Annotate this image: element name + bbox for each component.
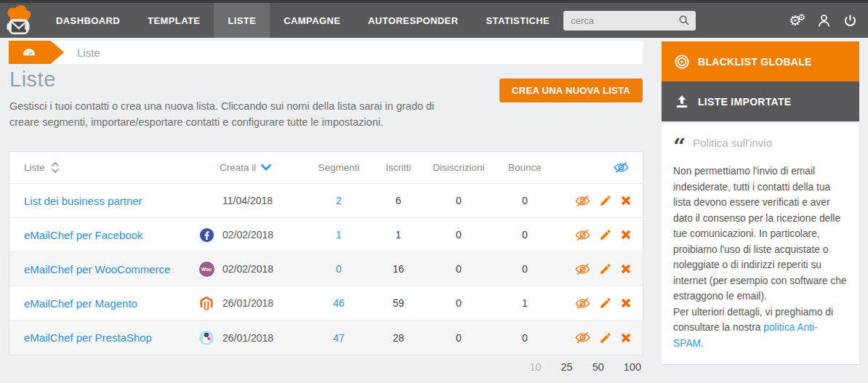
page-size-25[interactable]: 25 (561, 361, 573, 373)
created-date: 02/02/2018 (220, 229, 305, 241)
liste-importate-button[interactable]: LISTE IMPORTATE (662, 81, 859, 121)
list-name-link[interactable]: eMailChef per PrestaShop (24, 331, 152, 344)
edit-list-icon[interactable] (599, 297, 612, 310)
right-sidebar: BLACKLIST GLOBALE LISTE IMPORTATE “ Poli… (662, 41, 859, 364)
segments-link[interactable]: 0 (336, 263, 342, 275)
nav-item-liste[interactable]: LISTE (214, 3, 270, 38)
settings-icon[interactable]: ⚙⚙ (789, 13, 805, 28)
chef-envelope-logo-icon (2, 4, 34, 36)
subscribed-count: 16 (372, 263, 425, 275)
segments-link[interactable]: 47 (333, 332, 345, 344)
sending-policy-card: “ Politica sull'invio Non permettiamo l'… (662, 124, 859, 364)
quote-icon: “ (673, 139, 686, 154)
sort-both-icon[interactable] (51, 161, 60, 174)
nav-label: AUTORESPONDER (368, 15, 458, 26)
bounce-count: 0 (493, 332, 557, 344)
page-size-10[interactable]: 10 (529, 361, 541, 373)
main-menu: DASHBOARD TEMPLATE LISTE CAMPAGNE AUTORE… (42, 3, 563, 38)
logout-power-icon[interactable] (843, 13, 858, 28)
table-row: eMailChef per PrestaShop 26/01/2018 47 2… (9, 320, 643, 355)
unsubscribed-count: 0 (425, 332, 493, 344)
nav-label: CAMPAGNE (284, 15, 340, 26)
table-row: eMailChef per Magento 26/01/2018 46 59 0… (9, 286, 643, 320)
user-icon[interactable] (816, 13, 832, 28)
search-box (563, 11, 696, 31)
table-row: eMailChef per Facebook 02/02/2018 1 1 0 … (9, 218, 643, 252)
subscribed-count: 28 (372, 332, 425, 344)
blacklist-globale-label: BLACKLIST GLOBALE (698, 56, 812, 68)
hide-list-icon[interactable] (574, 261, 591, 278)
list-name-link[interactable]: eMailChef per Magento (24, 297, 137, 310)
segments-link[interactable]: 46 (333, 297, 345, 309)
nav-item-campagne[interactable]: CAMPAGNE (270, 3, 354, 38)
toggle-visibility-all-icon[interactable] (613, 159, 630, 176)
nav-item-template[interactable]: TEMPLATE (134, 3, 214, 38)
woo-badge-text: Woo (201, 267, 212, 272)
topbar-icon-group: ⚙⚙ (789, 13, 858, 28)
edit-list-icon[interactable] (599, 262, 612, 275)
woocommerce-icon: Woo (199, 262, 214, 277)
nav-label: DASHBOARD (56, 15, 120, 26)
created-date: 11/04/2018 (220, 195, 305, 206)
breadcrumb-home-chevron[interactable] (9, 41, 64, 64)
page-description: Gestisci i tuoi contatti o crea una nuov… (9, 99, 446, 131)
nav-item-statistiche[interactable]: STATISTICHE (472, 3, 563, 38)
table-header-row: Liste Creata il Segmenti Iscritti Disisc… (9, 152, 643, 184)
delete-list-icon[interactable] (620, 229, 632, 241)
liste-importate-label: LISTE IMPORTATE (698, 96, 791, 108)
page-size-selector: 10 25 50 100 (529, 361, 641, 373)
nav-item-dashboard[interactable]: DASHBOARD (42, 3, 134, 38)
policy-title: Politica sull'invio (693, 137, 772, 149)
blacklist-globale-button[interactable]: BLACKLIST GLOBALE (662, 41, 859, 81)
delete-list-icon[interactable] (620, 332, 632, 344)
edit-list-icon[interactable] (599, 194, 612, 207)
policy-body: Non permettiamo l'invio di email indesid… (673, 164, 848, 305)
delete-list-icon[interactable] (620, 297, 632, 309)
hide-list-icon[interactable] (574, 329, 591, 346)
segments-link[interactable]: 1 (336, 229, 342, 241)
hide-list-icon[interactable] (574, 193, 591, 209)
list-name-link[interactable]: eMailChef per WooCommerce (24, 263, 170, 275)
magento-icon (198, 295, 214, 311)
header-creata-il[interactable]: Creata il (220, 162, 256, 173)
unsubscribed-count: 0 (425, 195, 493, 206)
delete-list-icon[interactable] (620, 195, 632, 206)
page-size-100[interactable]: 100 (624, 361, 641, 373)
segments-link[interactable]: 2 (336, 195, 342, 206)
create-list-button[interactable]: CREA UNA NUOVA LISTA (499, 78, 643, 102)
unsubscribed-count: 0 (425, 297, 493, 309)
header-segmenti: Segmenti (305, 162, 372, 173)
list-name-link[interactable]: eMailChef per Facebook (24, 229, 142, 241)
bullseye-icon (674, 54, 690, 70)
hide-list-icon[interactable] (574, 295, 591, 312)
unsubscribed-count: 0 (425, 263, 493, 275)
header-bounce: Bounce (493, 162, 557, 173)
hide-list-icon[interactable] (574, 227, 591, 243)
nav-label: TEMPLATE (148, 15, 200, 26)
search-icon[interactable] (678, 15, 690, 26)
nav-item-autoresponder[interactable]: AUTORESPONDER (354, 3, 472, 38)
bounce-count: 0 (493, 195, 557, 206)
search-input[interactable] (571, 15, 678, 26)
policy-footer: Per ulteriori dettagli, vi preghiamo di … (673, 305, 848, 352)
emailchef-logo[interactable] (0, 3, 36, 38)
sort-desc-icon[interactable] (261, 164, 271, 171)
delete-list-icon[interactable] (620, 263, 632, 275)
nav-label: STATISTICHE (486, 15, 550, 26)
lists-table: Liste Creata il Segmenti Iscritti Disisc… (9, 151, 643, 355)
header-liste[interactable]: Liste (24, 162, 45, 173)
list-name-link[interactable]: List dei business partner (24, 195, 142, 207)
bounce-count: 1 (493, 297, 557, 309)
header-iscritti: Iscritti (372, 162, 425, 173)
created-date: 02/02/2018 (220, 263, 305, 275)
edit-list-icon[interactable] (599, 228, 612, 241)
app-window: DASHBOARD TEMPLATE LISTE CAMPAGNE AUTORE… (0, 0, 868, 383)
page-size-50[interactable]: 50 (592, 361, 604, 373)
subscribed-count: 6 (372, 195, 425, 206)
bounce-count: 0 (493, 263, 557, 275)
subscribed-count: 59 (372, 297, 425, 309)
created-date: 26/01/2018 (220, 297, 305, 309)
nav-label: LISTE (228, 15, 256, 26)
prestashop-icon (198, 330, 214, 346)
edit-list-icon[interactable] (599, 331, 612, 344)
